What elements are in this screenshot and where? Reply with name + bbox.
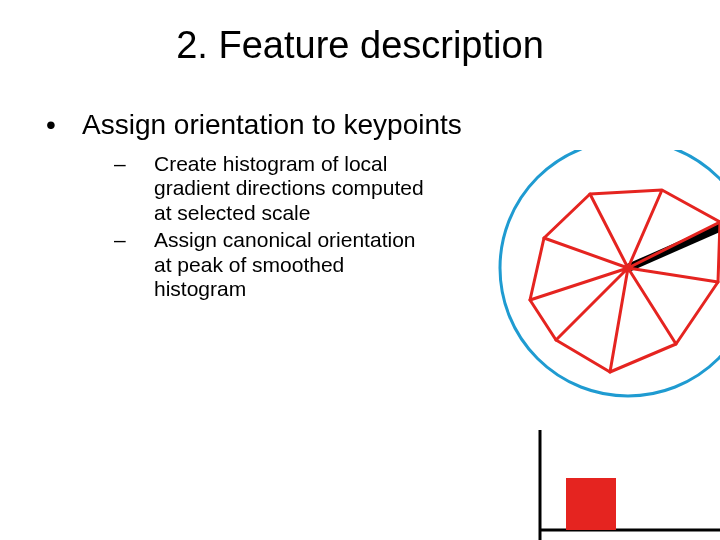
subbullet: – Create histogram of local gradient dir… <box>110 152 436 226</box>
bullet-level1: • Assign orientation to keypoints <box>40 108 680 142</box>
slide: 2. Feature description • Assign orientat… <box>0 0 720 540</box>
sublist: – Create histogram of local gradient dir… <box>110 152 436 303</box>
subbullet: – Assign canonical orientation at peak o… <box>110 228 436 302</box>
svg-rect-6 <box>566 478 616 530</box>
bullet-dot: • <box>40 108 82 142</box>
subbullet-text: Assign canonical orientation at peak of … <box>154 228 436 302</box>
slide-title: 2. Feature description <box>0 24 720 67</box>
bullet-text: Assign orientation to keypoints <box>82 108 680 142</box>
orientation-rose-figure <box>460 150 720 410</box>
histogram-figure <box>520 430 720 540</box>
subbullet-text: Create histogram of local gradient direc… <box>154 152 436 226</box>
subbullet-dash: – <box>110 228 154 253</box>
subbullet-dash: – <box>110 152 154 177</box>
